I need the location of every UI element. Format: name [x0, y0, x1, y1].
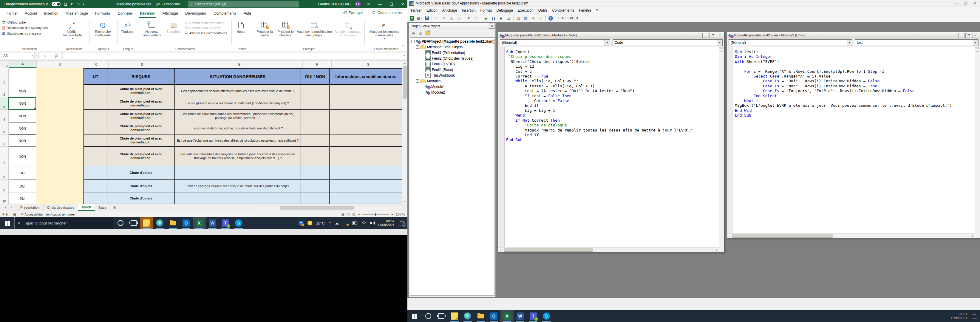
formula-input[interactable]: ▾: [62, 52, 407, 59]
taskbar-app-sticky-notes[interactable]: [448, 310, 461, 322]
cell-d[interactable]: Chute de plain-pied et avec denivellatio…: [107, 97, 175, 110]
sheet-tab-base[interactable]: Base: [95, 204, 110, 211]
help-tray-icon[interactable]: ?: [299, 220, 304, 226]
view-normal-icon[interactable]: ▦: [342, 213, 344, 216]
cell-f[interactable]: [301, 97, 329, 110]
undo-icon[interactable]: ↶: [70, 2, 74, 6]
task-view-button[interactable]: [435, 310, 448, 322]
module1-restore-button[interactable]: ❐: [710, 33, 716, 38]
vba-menu-item[interactable]: Compléments: [550, 8, 576, 13]
vba-menu-item[interactable]: Fenêtre: [576, 8, 593, 13]
header-infos[interactable]: Informations complémentaires: [329, 68, 402, 85]
cell-f[interactable]: [301, 166, 329, 180]
cell-g[interactable]: [329, 135, 402, 147]
previous-comment-button[interactable]: 🗨Commentaire précédent: [184, 21, 227, 25]
cell-d[interactable]: Chute de plain-pied et avec denivellatio…: [107, 135, 175, 147]
module1-minimize-button[interactable]: ▁: [702, 33, 709, 38]
module2-vertical-scrollbar[interactable]: ▲: [975, 47, 980, 233]
horizontal-scrollbar[interactable]: [253, 205, 402, 210]
cell-e[interactable]: Port de charges lourdes avec risque de c…: [175, 180, 301, 193]
cortana-button[interactable]: [422, 310, 435, 322]
zoom-slider[interactable]: [362, 214, 389, 215]
redo-icon[interactable]: ↷: [474, 16, 479, 21]
cell-b[interactable]: [36, 85, 84, 97]
taskbar-app-file-explorer[interactable]: [474, 310, 487, 322]
taskbar-app-outlook[interactable]: O: [487, 310, 500, 322]
scroll-down-icon[interactable]: ▼: [402, 199, 407, 204]
zoom-in-icon[interactable]: +: [391, 213, 393, 216]
insert-object-icon[interactable]: ▦▾: [417, 16, 422, 21]
cell-a[interactable]: NON: [9, 122, 36, 135]
sheet-tab-présentation[interactable]: Présentation: [17, 204, 43, 211]
temperature[interactable]: 18°C: [316, 221, 325, 225]
cell-c[interactable]: [84, 97, 107, 110]
macro-record-icon[interactable]: ▦: [13, 213, 16, 216]
insert-function-icon[interactable]: fx: [55, 54, 58, 58]
ribbon-tab-données[interactable]: Données: [114, 9, 136, 18]
project-tree-item[interactable]: − Feuil1 (Présentation): [410, 50, 494, 56]
module1-vertical-scrollbar[interactable]: ▲: [719, 47, 724, 247]
start-button[interactable]: [0, 217, 14, 229]
project-tree-item[interactable]: − Feuil4 (Base): [410, 67, 494, 73]
taskbar-app-excel[interactable]: X: [500, 310, 514, 322]
column-header-g[interactable]: G: [332, 60, 405, 68]
cell-g[interactable]: [329, 193, 402, 204]
project-explorer-icon[interactable]: ▤: [515, 16, 521, 21]
module2-close-button[interactable]: ✕: [972, 33, 979, 38]
column-header-c[interactable]: C: [84, 60, 108, 68]
select-all-corner[interactable]: [0, 60, 9, 68]
expander-icon[interactable]: −: [411, 40, 415, 43]
view-object-icon[interactable]: ▥: [418, 30, 423, 36]
cell-c[interactable]: [84, 85, 107, 97]
vertical-scrollbar[interactable]: ▲ ▼: [402, 60, 407, 204]
collapse-ribbon-icon[interactable]: ⌃: [402, 44, 404, 48]
vba-menu-item[interactable]: Insertion: [460, 8, 478, 13]
taskbar-app-word[interactable]: W: [206, 217, 219, 229]
project-tree-item[interactable]: − Module2: [410, 89, 494, 95]
object-browser-icon[interactable]: ❖: [531, 16, 536, 21]
cell-c[interactable]: [84, 147, 107, 166]
module1-title-bar[interactable]: Maquette possible test2.xlsm - Module1 (…: [498, 32, 724, 38]
cell-b[interactable]: [36, 135, 84, 147]
cell-c[interactable]: [84, 135, 107, 147]
vba-close-button[interactable]: ✕: [970, 1, 979, 6]
cell-f[interactable]: [301, 135, 329, 147]
cell-e[interactable]: [175, 193, 301, 204]
cell-f[interactable]: [301, 180, 329, 193]
taskbar-app-edge[interactable]: e: [153, 217, 166, 229]
cell-e[interactable]: Les zones de ciruclation sont-elles enco…: [175, 110, 301, 122]
copy-icon[interactable]: ⧉: [441, 16, 447, 21]
cell-b[interactable]: [36, 193, 84, 204]
expander-icon[interactable]: −: [416, 45, 419, 49]
cell-d[interactable]: Chute de plain-pied et avec denivellatio…: [107, 122, 175, 135]
start-button[interactable]: [407, 310, 422, 322]
notification-center-icon[interactable]: 1: [399, 220, 404, 225]
column-header-e[interactable]: E: [176, 60, 303, 68]
view-page-break-icon[interactable]: ▥: [353, 213, 355, 216]
header-oui-non[interactable]: OUI / NON: [301, 68, 329, 85]
cell-a1[interactable]: [9, 68, 36, 85]
column-header-b[interactable]: B: [37, 60, 84, 68]
excel-search-input[interactable]: [195, 2, 280, 6]
module1-code-area[interactable]: Sub Code() 'Choix présence des risques S…: [498, 47, 719, 247]
header-risques[interactable]: RISQUES: [107, 68, 175, 85]
vba-menu-item[interactable]: Edition: [424, 8, 440, 13]
design-mode-icon[interactable]: ⊿: [506, 16, 511, 21]
cell-f[interactable]: [301, 122, 329, 135]
ribbon-tab-révision[interactable]: Révision: [136, 9, 159, 18]
taskbar-search-input[interactable]: [23, 220, 99, 226]
module1-object-combo[interactable]: (Général)▼: [500, 40, 610, 46]
cell-c[interactable]: [84, 180, 107, 193]
cell-f[interactable]: [301, 147, 329, 166]
cell-b[interactable]: [36, 97, 84, 110]
cell-d[interactable]: Chute d'objets: [107, 180, 175, 193]
spelling-button[interactable]: abc✓Orthographe: [2, 21, 48, 24]
ribbon-tab-mise-en-page[interactable]: Mise en page: [62, 9, 92, 18]
taskbar-app-teams[interactable]: T✓: [219, 217, 232, 229]
save-icon[interactable]: 🖫: [64, 2, 67, 6]
taskbar-app-edge[interactable]: e: [461, 310, 474, 322]
cell-g[interactable]: [329, 147, 402, 166]
ribbon-display-options-icon[interactable]: ⍐: [365, 2, 372, 6]
column-header-a[interactable]: A: [9, 60, 37, 68]
zoom-out-icon[interactable]: −: [358, 213, 360, 216]
